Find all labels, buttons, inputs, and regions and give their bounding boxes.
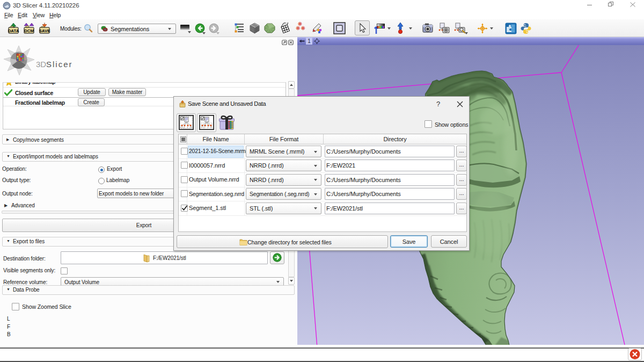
svg-text:DCM: DCM — [24, 28, 34, 33]
svg-text:DATA: DATA — [8, 28, 19, 33]
svg-text:SAVE: SAVE — [39, 28, 50, 33]
